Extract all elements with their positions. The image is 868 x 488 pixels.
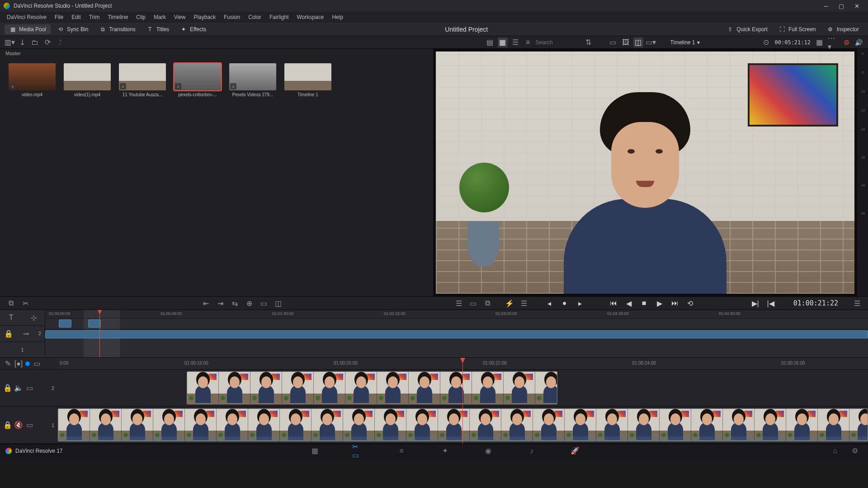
overview-clip[interactable] — [88, 319, 101, 328]
deliver-page-button[interactable]: 🚀 — [569, 445, 581, 457]
timeline-selector[interactable]: Timeline 1▾ — [670, 39, 700, 46]
search-input[interactable] — [536, 39, 581, 46]
split-clip-button[interactable]: ✂ — [20, 298, 31, 308]
marker-color-indicator[interactable] — [25, 361, 30, 366]
stop-button[interactable]: ■ — [639, 298, 650, 309]
tools-dropdown[interactable]: ☰ — [453, 298, 464, 308]
track-mute-v2[interactable]: 🔈 — [14, 384, 23, 392]
menu-playback[interactable]: Playback — [189, 14, 220, 20]
lower-playhead[interactable] — [462, 358, 463, 444]
menu-davinci-resolve[interactable]: DaVinci Resolve — [3, 14, 51, 20]
metadata-view-button[interactable]: ▤ — [485, 38, 495, 47]
speaker-toggle[interactable]: 🔊 — [855, 39, 863, 46]
resolution-dropdown[interactable]: ⚡ — [504, 298, 515, 308]
overview-clip[interactable] — [45, 330, 868, 338]
viewer-mode-dropdown[interactable]: ▭▾ — [646, 38, 656, 47]
upper-timeline-ruler[interactable]: 01:00:00:00 01:00:45:00 01:01:30:00 01:0… — [45, 310, 868, 318]
dual-viewer-button[interactable]: ◫ — [633, 38, 643, 47]
track-enable-v2[interactable]: ▭ — [25, 384, 33, 392]
jog-center-button[interactable]: ● — [559, 298, 570, 309]
effects-toggle[interactable]: ✦Effects — [175, 24, 211, 34]
menu-mark[interactable]: Mark — [150, 14, 170, 20]
play-button[interactable]: ▶ — [654, 298, 665, 309]
single-viewer-button[interactable]: ▭ — [608, 38, 618, 47]
menu-file[interactable]: File — [51, 14, 67, 20]
menu-view[interactable]: View — [170, 14, 190, 20]
menu-workspace[interactable]: Workspace — [293, 14, 328, 20]
close-up-button[interactable]: ⊕ — [244, 298, 255, 308]
bin-name[interactable]: Master — [0, 49, 433, 59]
sync-bin-toggle[interactable]: ⟲Sync Bin — [52, 24, 93, 34]
video-track-2[interactable] — [58, 370, 868, 407]
full-screen-button[interactable]: ⛶Full Screen — [774, 24, 821, 34]
menu-edit[interactable]: Edit — [67, 14, 85, 20]
menu-timeline[interactable]: Timeline — [104, 14, 132, 20]
flag-button[interactable]: ▭ — [33, 360, 41, 368]
list-view-button[interactable]: ≡ — [523, 38, 533, 47]
lock-tracks-button[interactable]: 🔒 — [4, 328, 14, 338]
dynamic-trim-button[interactable]: ▭ — [468, 298, 479, 308]
video-track-1[interactable] — [58, 407, 868, 444]
media-clip-item[interactable]: video(1).mp4 — [62, 63, 112, 97]
cut-page-button[interactable]: ✂▭ — [352, 445, 364, 457]
match-frame-button[interactable]: ⊙ — [761, 38, 771, 47]
transitions-toggle[interactable]: ⧉Transitions — [94, 24, 140, 34]
snap-button[interactable]: ✎ — [4, 360, 12, 368]
timeline-mode-a-button[interactable]: T — [6, 313, 16, 323]
inspector-toggle[interactable]: ⚙Inspector — [822, 24, 863, 34]
ripple-overwrite-button[interactable]: ⇆ — [229, 298, 240, 308]
quick-export-button[interactable]: ⇪Quick Export — [722, 24, 772, 34]
timeline-mode-b-button[interactable]: ⊹ — [28, 313, 38, 323]
media-clip-item[interactable]: ♪pexels-cottonbro-... — [173, 63, 222, 97]
bin-list-dropdown[interactable]: ▥▾ — [5, 38, 14, 47]
upper-timeline-body[interactable]: 01:00:00:00 01:00:45:00 01:01:30:00 01:0… — [45, 310, 868, 357]
sync-button[interactable]: ⟳ — [42, 38, 52, 47]
image-mode-button[interactable]: 🖼 — [621, 38, 631, 47]
media-clip-item[interactable]: ♪11 Youtube Ausza... — [118, 63, 167, 97]
jog-right-button[interactable]: ▸ — [575, 298, 585, 309]
boring-detector-button[interactable]: ⧉ — [5, 298, 16, 308]
viewer-canvas[interactable] — [433, 49, 857, 296]
import-folder-button[interactable]: 🗀 — [30, 38, 40, 47]
thumbnail-view-button[interactable]: ▦ — [498, 38, 508, 47]
track-lock-v1[interactable]: 🔒 — [4, 421, 12, 429]
loop-playback-button[interactable]: ⟲ — [685, 298, 696, 309]
record-timecode[interactable]: 01:00:21:22 — [785, 299, 846, 307]
place-on-top-button[interactable]: ▭ — [258, 298, 269, 308]
source-overwrite-button[interactable]: ◫ — [273, 298, 283, 308]
menu-clip[interactable]: Clip — [132, 14, 150, 20]
transition-button[interactable]: ⧉ — [482, 298, 493, 308]
track-enable-v1[interactable]: ▭ — [25, 421, 33, 429]
menu-fairlight[interactable]: Fairlight — [265, 14, 293, 20]
overview-clip[interactable] — [59, 319, 71, 328]
prev-edit-button[interactable]: |◀ — [765, 298, 776, 309]
export-bin-button[interactable]: ⤴ — [55, 38, 65, 47]
edit-page-button[interactable]: ≡ — [396, 445, 407, 457]
timeline-view-options-button[interactable]: ☰ — [852, 298, 863, 308]
upper-playhead[interactable] — [99, 310, 100, 357]
timeline-options-button[interactable]: ☰ — [519, 298, 529, 308]
menu-fusion[interactable]: Fusion — [220, 14, 244, 20]
fusion-page-button[interactable]: ✦ — [439, 445, 451, 457]
track-mute-v1[interactable]: 🔇 — [14, 421, 23, 429]
video-clip-v2[interactable] — [187, 371, 557, 404]
next-edit-button[interactable]: ▶| — [750, 298, 761, 309]
maximize-button[interactable]: ▢ — [834, 1, 849, 10]
menu-help[interactable]: Help — [328, 14, 347, 20]
media-clip-item[interactable]: Timeline 1 — [283, 63, 333, 97]
media-pool-toggle[interactable]: ▦Media Pool — [5, 24, 51, 34]
menu-trim[interactable]: Trim — [85, 14, 104, 20]
lower-timeline-body[interactable]: 0:00 01:00:18:00 01:00:20:00 01:00:22:00… — [58, 358, 868, 444]
strip-view-button[interactable]: ☰ — [510, 38, 520, 47]
video-clip-v1[interactable] — [58, 408, 868, 441]
smart-insert-button[interactable]: ⇤ — [200, 298, 211, 308]
color-page-button[interactable]: ◉ — [482, 445, 494, 457]
next-frame-button[interactable]: ⏭ — [670, 298, 680, 309]
fairlight-page-button[interactable]: ♪ — [526, 445, 538, 457]
loop-button[interactable]: ⊚ — [841, 38, 851, 47]
jog-left-button[interactable]: ◂ — [544, 298, 555, 309]
menu-color[interactable]: Color — [244, 14, 265, 20]
marker-button[interactable]: [●] — [14, 360, 23, 368]
media-clip-item[interactable]: ♪video.mp4 — [7, 63, 57, 97]
minimize-button[interactable]: ─ — [818, 1, 834, 10]
